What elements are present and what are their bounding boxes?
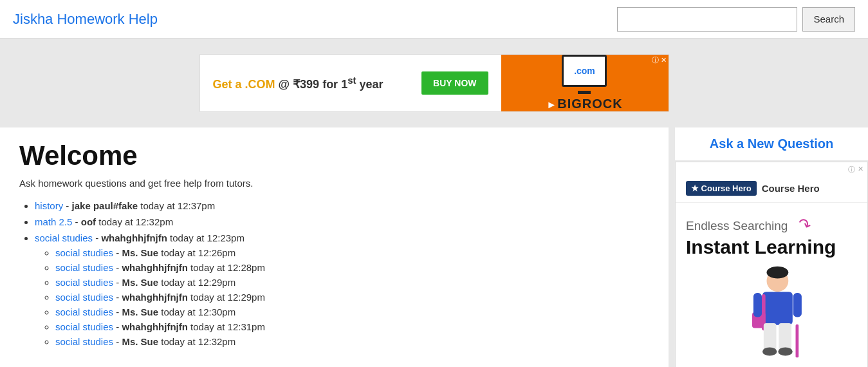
reply-detail: - Ms. Sue today at 12:29pm [116, 277, 235, 288]
svg-rect-2 [762, 292, 793, 325]
ad-info-icon[interactable]: ⓘ [848, 165, 855, 174]
sidebar: Ask a New Question ⓘ ✕ ★ Course Hero Cou… [669, 127, 868, 367]
ad-right-section: ⓘ ✕ .com ►BIGROCK [501, 54, 669, 112]
ad-controls: ⓘ ✕ [676, 162, 867, 174]
reply-detail: - whahghhjfnjfn today at 12:29pm [116, 292, 265, 303]
svg-rect-6 [793, 293, 802, 317]
reply-detail: - Ms. Sue today at 12:30pm [116, 306, 235, 317]
ad-left-section: Get a .COM @ ₹399 for 1st year BUY NOW [200, 65, 501, 101]
list-item: social studies - Ms. Sue today at 12:26p… [55, 247, 649, 258]
content-area: Welcome Ask homework questions and get f… [0, 127, 669, 367]
question-list: history - jake paul#fake today at 12:37p… [19, 200, 649, 347]
ad-text: Get a .COM @ ₹399 for 1st year [213, 75, 383, 91]
ad-close-icon[interactable]: ⓘ ✕ [652, 55, 667, 65]
subject-link-ss-reply[interactable]: social studies [55, 306, 113, 317]
question-detail: - whahghhjfnjfn today at 12:23pm [95, 232, 245, 243]
searching-label: Endless Searching [686, 219, 788, 232]
reply-detail: - Ms. Sue today at 12:26pm [116, 247, 235, 258]
course-hero-logo: ★ Course Hero [686, 181, 757, 196]
ad-buy-button[interactable]: BUY NOW [421, 71, 488, 95]
question-detail: - jake paul#fake today at 12:37pm [66, 200, 215, 211]
ad-get: Get a .COM [213, 78, 275, 91]
arrow-icon: ↷ [795, 214, 813, 235]
question-detail: - oof today at 12:32pm [75, 216, 174, 227]
ad-banner: Get a .COM @ ₹399 for 1st year BUY NOW ⓘ… [199, 54, 669, 112]
sidebar-ad: ⓘ ✕ ★ Course Hero Course Hero Endless Se… [675, 162, 868, 367]
svg-rect-7 [764, 323, 777, 350]
svg-rect-11 [796, 325, 799, 358]
header: Jiskha Homework Help Search [0, 0, 868, 39]
monitor-icon: .com [562, 55, 607, 87]
svg-point-9 [762, 347, 777, 355]
welcome-title: Welcome [19, 140, 649, 171]
list-item: social studies - whahghhjfnjfn today at … [55, 292, 649, 303]
search-container: Search [617, 7, 855, 32]
welcome-subtitle: Ask homework questions and get free help… [19, 178, 649, 189]
site-logo[interactable]: Jiskha Homework Help [13, 11, 158, 28]
ask-new-question-link[interactable]: Ask a New Question [710, 136, 833, 151]
list-item: social studies - Ms. Sue today at 12:29p… [55, 277, 649, 288]
reply-detail: - whahghhjfnjfn today at 12:28pm [116, 262, 265, 273]
ad-price: @ ₹399 for 1st year [279, 78, 383, 91]
subject-link-ss-reply[interactable]: social studies [55, 336, 113, 347]
sidebar-ad-body: Endless Searching ↷ Instant Learning [676, 203, 867, 367]
subject-link-history[interactable]: history [35, 200, 63, 211]
bigrock-logo: ►BIGROCK [546, 97, 622, 111]
person-figure [686, 264, 857, 361]
svg-point-1 [767, 267, 789, 279]
reply-list: social studies - Ms. Sue today at 12:26p… [35, 247, 649, 347]
svg-rect-8 [779, 323, 791, 350]
course-hero-banner: ★ Course Hero Course Hero [676, 174, 867, 203]
reply-detail: - Ms. Sue today at 12:32pm [116, 336, 235, 347]
search-button[interactable]: Search [802, 7, 855, 32]
subject-link-ss-reply[interactable]: social studies [55, 247, 113, 258]
list-item: social studies - Ms. Sue today at 12:30p… [55, 306, 649, 317]
list-item: social studies - whahghhjfnjfn today at … [35, 232, 649, 347]
subject-link-social-studies[interactable]: social studies [35, 232, 93, 243]
reply-detail: - whahghhjfnjfn today at 12:31pm [116, 321, 265, 332]
svg-point-10 [778, 347, 793, 355]
subject-link-ss-reply[interactable]: social studies [55, 277, 113, 288]
list-item: social studies - whahghhjfnjfn today at … [55, 321, 649, 332]
list-item: history - jake paul#fake today at 12:37p… [35, 200, 649, 211]
main-container: Welcome Ask homework questions and get f… [0, 127, 868, 367]
ad-close-icon[interactable]: ✕ [858, 165, 863, 174]
ask-new-question-box: Ask a New Question [675, 127, 868, 160]
list-item: social studies - whahghhjfnjfn today at … [55, 262, 649, 273]
subject-link-math[interactable]: math 2.5 [35, 216, 72, 227]
search-input[interactable] [617, 7, 797, 32]
list-item: social studies - Ms. Sue today at 12:32p… [55, 336, 649, 347]
course-hero-name: Course Hero [762, 183, 820, 194]
subject-link-ss-reply[interactable]: social studies [55, 292, 113, 303]
person-svg [733, 264, 810, 361]
monitor-stand [578, 91, 591, 94]
subject-link-ss-reply[interactable]: social studies [55, 262, 113, 273]
searching-text: Endless Searching ↷ [686, 216, 857, 234]
subject-link-ss-reply[interactable]: social studies [55, 321, 113, 332]
svg-rect-5 [753, 293, 762, 317]
ad-brand-display: .com ►BIGROCK [546, 55, 622, 111]
instant-learning-text: Instant Learning [686, 236, 857, 258]
list-item: math 2.5 - oof today at 12:32pm [35, 216, 649, 227]
